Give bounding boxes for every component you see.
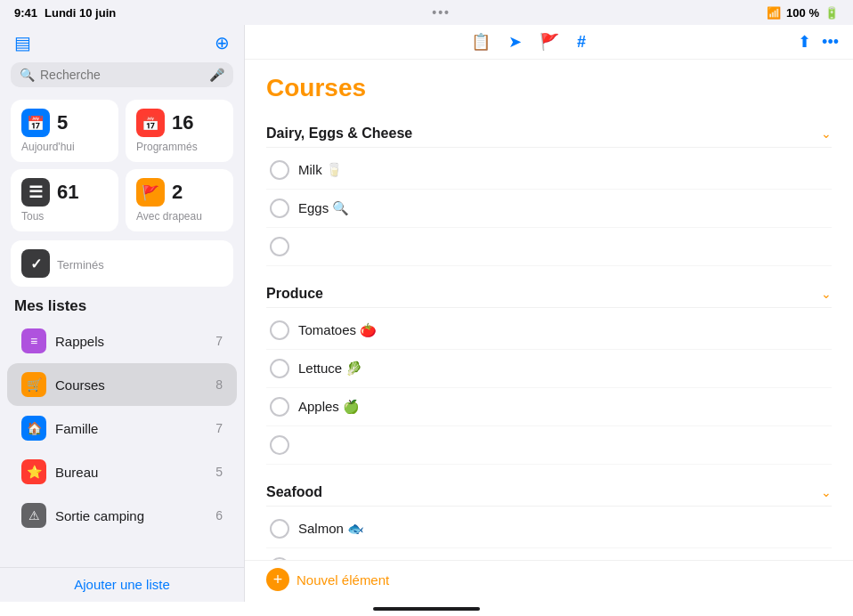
sortie-name: Sortie camping (55, 508, 207, 523)
flagged-label: Avec drapeau (136, 210, 223, 223)
scheduled-count: 16 (172, 111, 193, 134)
termines-icon: ✓ (21, 249, 50, 278)
add-list-button[interactable]: Ajouter une liste (14, 577, 230, 592)
content-body: Courses Dairy, Eggs & Cheese ⌄ Milk 🥛 Eg… (245, 60, 853, 560)
scheduled-icon: 📅 (136, 109, 165, 137)
flagged-icon: 🚩 (136, 178, 165, 207)
sidebar-footer: Ajouter une liste (0, 567, 244, 602)
termines-card[interactable]: ✓ Terminés (11, 240, 233, 287)
famille-count: 7 (215, 421, 223, 435)
milk-circle[interactable] (270, 160, 289, 180)
wifi-icon: 📶 (767, 6, 781, 20)
lettuce-text: Lettuce 🥬 (298, 361, 362, 377)
toolbar-right: ⬆ ••• (798, 32, 839, 52)
section-dairy: Dairy, Eggs & Cheese ⌄ Milk 🥛 Eggs 🔍 (266, 120, 832, 266)
sidebar-toggle-icon[interactable]: ▤ (14, 32, 31, 53)
share-icon[interactable]: ⬆ (798, 32, 811, 52)
dairy-section-name: Dairy, Eggs & Cheese (266, 126, 412, 142)
sidebar: ▤ ⊕ 🔍 🎤 📅 5 Aujourd'hui 📅 16 Pr (0, 25, 245, 602)
list-item-rappels[interactable]: ≡ Rappels 7 (7, 320, 237, 362)
content-toolbar: 📋 ➤ 🚩 # ⬆ ••• (245, 25, 853, 60)
content-title: Courses (266, 74, 832, 102)
status-right: 📶 100 % 🔋 (767, 6, 839, 20)
termines-label: Terminés (57, 258, 104, 272)
home-bar (373, 607, 480, 611)
content-footer: + Nouvel élément (245, 560, 853, 602)
three-dots: ••• (432, 5, 451, 20)
all-count: 61 (57, 181, 78, 204)
today-label: Aujourd'hui (21, 141, 108, 153)
stat-all[interactable]: ☰ 61 Tous (11, 169, 118, 231)
stats-grid: 📅 5 Aujourd'hui 📅 16 Programmés ☰ 61 Tou… (0, 91, 244, 240)
location-icon[interactable]: ➤ (508, 32, 522, 52)
seafood-section-name: Seafood (266, 484, 322, 500)
bureau-count: 5 (215, 465, 223, 479)
status-time: 9:41 Lundi 10 juin (14, 6, 116, 20)
search-input[interactable] (40, 68, 204, 82)
mic-icon[interactable]: 🎤 (209, 68, 224, 82)
list-items: ≡ Rappels 7 🛒 Courses 8 🏠 Famille 7 ⭐ Bu… (0, 319, 244, 567)
todo-milk: Milk 🥛 (266, 151, 832, 190)
courses-icon: 🛒 (21, 372, 46, 397)
battery-icon: 🔋 (825, 6, 839, 20)
section-header-produce: Produce ⌄ (266, 280, 832, 308)
seafood-chevron[interactable]: ⌄ (821, 485, 832, 499)
rappels-name: Rappels (55, 334, 207, 349)
toolbar-center: 📋 ➤ 🚩 # (471, 32, 586, 52)
tomatoes-text: Tomatoes 🍅 (298, 322, 377, 338)
rappels-count: 7 (215, 334, 223, 348)
main-container: ▤ ⊕ 🔍 🎤 📅 5 Aujourd'hui 📅 16 Pr (0, 25, 853, 602)
salmon-circle[interactable] (270, 519, 289, 539)
status-center: ••• (432, 5, 451, 20)
stat-today[interactable]: 📅 5 Aujourd'hui (11, 100, 118, 162)
sortie-count: 6 (215, 508, 223, 523)
sortie-icon: ⚠ (21, 503, 46, 528)
tomatoes-circle[interactable] (270, 320, 289, 340)
list-item-famille[interactable]: 🏠 Famille 7 (7, 407, 237, 450)
section-seafood: Seafood ⌄ Salmon 🐟 (266, 479, 832, 560)
list-item-bureau[interactable]: ⭐ Bureau 5 (7, 450, 237, 493)
eggs-circle[interactable] (270, 199, 289, 218)
flag-toolbar-icon[interactable]: 🚩 (540, 32, 559, 52)
flagged-count: 2 (172, 181, 183, 204)
famille-name: Famille (55, 421, 207, 436)
list-item-courses[interactable]: 🛒 Courses 8 (7, 363, 237, 406)
note-icon[interactable]: 📋 (471, 32, 491, 52)
new-item-label: Nouvel élément (297, 572, 389, 588)
bureau-icon: ⭐ (21, 459, 46, 484)
section-header-dairy: Dairy, Eggs & Cheese ⌄ (266, 120, 832, 148)
hash-icon[interactable]: # (577, 33, 586, 52)
todo-lettuce: Lettuce 🥬 (266, 350, 832, 388)
search-bar[interactable]: 🔍 🎤 (11, 62, 233, 87)
battery: 100 % (786, 6, 819, 20)
apples-text: Apples 🍏 (298, 399, 360, 415)
today-icon: 📅 (21, 109, 50, 137)
todo-dairy-empty (266, 228, 832, 266)
dairy-empty-circle[interactable] (270, 237, 289, 256)
produce-empty-circle[interactable] (270, 435, 289, 455)
plus-icon: + (266, 568, 289, 591)
sidebar-more-icon[interactable]: ⊕ (215, 32, 230, 53)
produce-section-name: Produce (266, 286, 323, 302)
bureau-name: Bureau (55, 465, 207, 480)
scheduled-label: Programmés (136, 141, 223, 153)
today-count: 5 (57, 111, 68, 134)
milk-text: Milk 🥛 (298, 162, 343, 178)
more-icon[interactable]: ••• (822, 33, 839, 52)
todo-tomatoes: Tomatoes 🍅 (266, 312, 832, 350)
my-lists-title: Mes listes (0, 290, 244, 319)
famille-icon: 🏠 (21, 416, 46, 441)
todo-eggs: Eggs 🔍 (266, 190, 832, 228)
stat-scheduled[interactable]: 📅 16 Programmés (126, 100, 233, 162)
dairy-chevron[interactable]: ⌄ (821, 126, 832, 141)
rappels-icon: ≡ (21, 328, 46, 353)
stat-flagged[interactable]: 🚩 2 Avec drapeau (126, 169, 233, 231)
list-item-sortie[interactable]: ⚠ Sortie camping 6 (7, 494, 237, 537)
apples-circle[interactable] (270, 397, 289, 417)
lettuce-circle[interactable] (270, 359, 289, 378)
all-label: Tous (21, 210, 108, 223)
new-item-button[interactable]: + Nouvel élément (266, 568, 832, 591)
search-icon: 🔍 (20, 68, 35, 82)
produce-chevron[interactable]: ⌄ (821, 287, 832, 301)
todo-salmon: Salmon 🐟 (266, 510, 832, 548)
